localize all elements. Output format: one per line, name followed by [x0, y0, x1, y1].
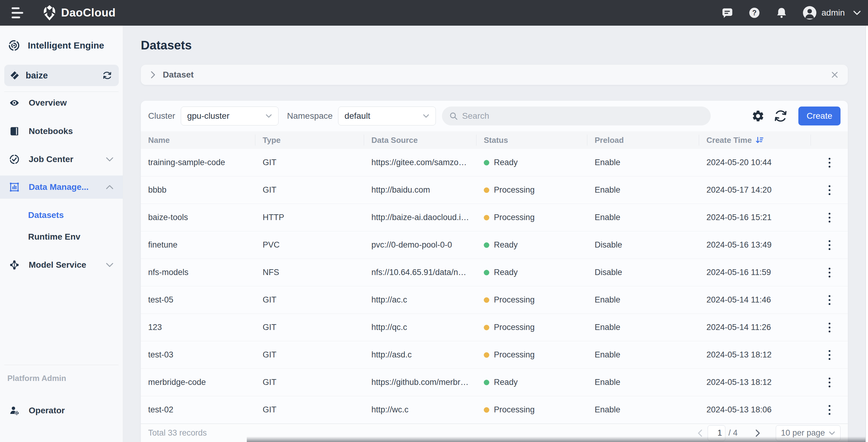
row-actions-menu[interactable]: [824, 210, 835, 226]
chat-icon[interactable]: [721, 7, 733, 19]
sidebar-item-model-service[interactable]: Model Service: [0, 253, 123, 277]
cluster-select[interactable]: gpu-cluster: [181, 106, 279, 125]
column-header-status: Status: [476, 131, 587, 149]
cell-preload: Enable: [587, 405, 699, 414]
cell-create-time: 2024-05-13 18:12: [699, 378, 811, 387]
chevron-down-icon[interactable]: [853, 10, 861, 15]
column-header-name: Name: [141, 131, 255, 149]
cell-preload: Enable: [587, 350, 699, 359]
row-actions-menu[interactable]: [824, 375, 835, 390]
cell-preload: Enable: [587, 213, 699, 222]
per-page-select[interactable]: 10 per page: [776, 425, 840, 441]
workspace-selector[interactable]: baize: [4, 65, 119, 86]
daocloud-logo: [43, 5, 56, 21]
cell-status: Processing: [476, 405, 587, 414]
search-input[interactable]: [462, 111, 703, 121]
menu-icon[interactable]: [11, 7, 25, 18]
cell-create-time: 2024-05-20 10:44: [699, 158, 811, 167]
cell-data-source: http://wc.c: [364, 405, 476, 414]
gear-icon[interactable]: [751, 109, 765, 123]
swap-icon[interactable]: [102, 70, 112, 80]
row-actions-menu[interactable]: [824, 292, 835, 308]
cell-status: Ready: [476, 240, 587, 250]
create-button[interactable]: Create: [798, 106, 840, 125]
brand: DaoCloud: [43, 5, 116, 21]
section-label: Platform Admin: [7, 374, 66, 383]
chevron-down-icon: [829, 431, 835, 435]
page-number-input[interactable]: [708, 425, 725, 441]
sidebar-item-data-management[interactable]: Data Manage...: [0, 176, 123, 199]
table-row: bbbb GIT http://baidu.com Processing Ena…: [141, 177, 848, 204]
console-title: Intelligent Engine: [28, 40, 104, 51]
status-dot: [484, 187, 489, 193]
topbar-actions: ? admin: [706, 6, 861, 20]
column-header-create-time[interactable]: Create Time: [699, 131, 811, 149]
user-gear-icon: [9, 405, 20, 416]
book-icon: [9, 126, 20, 136]
status-dot: [484, 297, 489, 303]
cell-create-time: 2024-05-16 15:21: [699, 213, 811, 222]
close-icon[interactable]: [831, 71, 839, 79]
sidebar-item-overview[interactable]: Overview: [0, 91, 123, 115]
cell-create-time: 2024-05-16 11:59: [699, 268, 811, 277]
chevron-down-icon: [106, 262, 114, 267]
chevron-down-icon: [106, 157, 114, 162]
cell-data-source: https://gitee.com/samzong...: [364, 158, 476, 167]
scrollbar[interactable]: [866, 26, 868, 442]
cell-type: NFS: [255, 268, 364, 277]
next-page-button[interactable]: [754, 429, 761, 438]
namespace-select[interactable]: default: [338, 106, 436, 125]
sort-desc-icon[interactable]: [755, 136, 764, 145]
sidebar-item-notebooks[interactable]: Notebooks: [0, 120, 123, 143]
row-actions-menu[interactable]: [824, 182, 835, 198]
cell-preload: Disable: [587, 268, 699, 277]
namespace-value: default: [344, 111, 370, 121]
cell-type: GIT: [255, 323, 364, 332]
row-actions-menu[interactable]: [824, 402, 835, 418]
cell-status: Ready: [476, 378, 587, 387]
avatar[interactable]: [803, 6, 817, 20]
page-count: / 4: [728, 428, 738, 438]
prev-page-button[interactable]: [697, 429, 703, 438]
column-header-type: Type: [255, 131, 364, 149]
search-icon: [449, 112, 458, 120]
row-actions-menu[interactable]: [824, 237, 835, 253]
sidebar-item-job-center[interactable]: Job Center: [0, 148, 123, 171]
nodes-icon: [9, 260, 20, 270]
filter-bar: Cluster gpu-cluster Namespace default: [141, 101, 848, 131]
sidebar-item-runtime-env[interactable]: Runtime Env: [0, 225, 123, 249]
sidebar-item-label: Operator: [29, 406, 65, 415]
cell-name: nfs-models: [141, 268, 255, 277]
cell-data-source: http://qc.c: [364, 323, 476, 332]
sidebar-item-operator[interactable]: Operator: [0, 399, 123, 422]
cell-type: GIT: [255, 350, 364, 359]
cell-name: finetune: [141, 240, 255, 250]
topbar: DaoCloud ?: [0, 0, 868, 26]
chevron-right-icon[interactable]: [150, 70, 156, 79]
row-actions-menu[interactable]: [824, 265, 835, 281]
sidebar-item-label: Model Service: [29, 260, 86, 270]
chevron-down-icon: [423, 114, 429, 118]
sidebar-item-datasets[interactable]: Datasets: [0, 203, 123, 227]
table-row: training-sample-code GIT https://gitee.c…: [141, 149, 848, 177]
username[interactable]: admin: [822, 8, 845, 18]
cell-status: Ready: [476, 268, 587, 277]
workspace-name: baize: [26, 70, 48, 81]
console-header: Intelligent Engine: [8, 40, 104, 51]
row-actions-menu[interactable]: [824, 320, 835, 336]
cell-data-source: pvc://0-demo-pool-0-0: [364, 240, 476, 250]
sidebar-item-label: Datasets: [28, 210, 64, 220]
row-actions-menu[interactable]: [824, 347, 835, 363]
chevron-down-icon: [266, 114, 272, 118]
sidebar-item-label: Notebooks: [29, 126, 73, 136]
search-box[interactable]: [442, 106, 711, 125]
row-actions-menu[interactable]: [824, 155, 835, 170]
breadcrumb[interactable]: Dataset: [141, 65, 848, 85]
bell-icon[interactable]: [775, 7, 788, 19]
status-dot: [484, 215, 489, 220]
cell-status: Processing: [476, 213, 587, 222]
status-dot: [484, 407, 489, 413]
help-icon[interactable]: ?: [748, 7, 761, 19]
cell-type: GIT: [255, 185, 364, 195]
refresh-icon[interactable]: [774, 109, 787, 123]
